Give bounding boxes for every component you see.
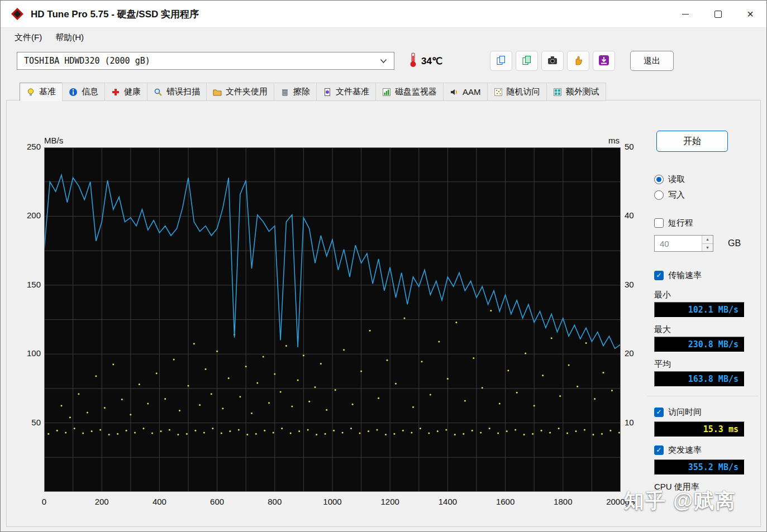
drive-select-value: TOSHIBA HDWD320 (2000 gB) xyxy=(24,56,150,66)
short-stroke-label: 短行程 xyxy=(668,218,693,228)
speaker-icon xyxy=(450,88,459,97)
x-tick: 600 xyxy=(199,497,235,506)
radio-read[interactable]: 读取 xyxy=(654,171,763,187)
download-icon xyxy=(598,55,609,68)
spinner: ▲ ▼ xyxy=(702,236,713,251)
tab-label: 错误扫描 xyxy=(166,87,200,97)
radio-write-label: 写入 xyxy=(668,190,685,200)
x-tick: 200 xyxy=(84,497,120,506)
window-controls: × xyxy=(669,1,766,27)
y-left-axis-unit: MB/s xyxy=(44,136,78,145)
radio-read-control[interactable] xyxy=(654,175,664,184)
tab-benchmark[interactable]: 基准 xyxy=(20,83,63,101)
minimize-button[interactable] xyxy=(669,1,702,27)
drive-select[interactable]: TOSHIBA HDWD320 (2000 gB) xyxy=(17,52,394,70)
tab-aam[interactable]: AAM xyxy=(443,83,488,101)
burst-rate-label: 突发速率 xyxy=(668,445,702,456)
tab-label: 额外测试 xyxy=(566,87,599,97)
menu-item-help[interactable]: 帮助(H) xyxy=(49,29,90,46)
copy-color-icon xyxy=(521,55,532,68)
menu-item-file[interactable]: 文件(F) xyxy=(8,29,48,46)
screenshot-button[interactable] xyxy=(541,51,564,71)
x-tick: 1400 xyxy=(430,497,465,506)
tab-label: 健康 xyxy=(124,87,141,97)
window-title: HD Tune Pro 5.75 - 硬盘/SSD 实用程序 xyxy=(31,8,199,21)
maximize-button[interactable] xyxy=(702,1,734,27)
tab-label: 文件夹使用 xyxy=(226,87,268,97)
tab-file-benchmark[interactable]: 文件基准 xyxy=(316,83,376,101)
tab-folder-usage[interactable]: 文件夹使用 xyxy=(206,83,274,101)
burst-rate-checkbox[interactable] xyxy=(654,445,664,455)
avg-value: 163.8 MB/s xyxy=(654,371,745,387)
copy-color-button[interactable] xyxy=(516,51,538,71)
y-left-tick: 150 xyxy=(16,280,41,289)
short-stroke-unit-label: GB xyxy=(728,238,741,248)
y-right-tick: 20 xyxy=(625,348,644,358)
short-stroke-size-input[interactable]: 40 ▲ ▼ xyxy=(654,235,713,252)
exit-button[interactable]: 退出 xyxy=(630,51,674,71)
radio-write-control[interactable] xyxy=(654,190,664,200)
tab-label: 基准 xyxy=(39,87,56,97)
transfer-speed-checkbox[interactable] xyxy=(654,271,664,280)
y-left-tick: 250 xyxy=(16,142,41,151)
transfer-speed-checkbox-row[interactable]: 传输速率 xyxy=(654,267,763,283)
tab-error-scan[interactable]: 错误扫描 xyxy=(147,83,207,101)
short-stroke-size-value: 40 xyxy=(655,236,702,251)
minimize-icon xyxy=(682,14,689,15)
toolbar-buttons xyxy=(490,51,615,71)
transfer-speed-label: 传输速率 xyxy=(668,270,702,281)
camera-icon xyxy=(547,55,558,68)
start-button[interactable]: 开始 xyxy=(656,131,728,152)
min-value: 102.1 MB/s xyxy=(654,302,745,318)
save-results-button[interactable] xyxy=(593,51,615,71)
radio-write[interactable]: 写入 xyxy=(654,187,763,203)
short-stroke-checkbox[interactable] xyxy=(654,218,664,228)
tab-random-access[interactable]: 随机访问 xyxy=(487,83,547,101)
burst-rate-value: 355.2 MB/s xyxy=(654,459,745,475)
tab-disk-monitor[interactable]: 磁盘监视器 xyxy=(375,83,444,101)
y-left-tick: 200 xyxy=(16,210,41,220)
y-right-axis-unit: ms xyxy=(593,136,620,145)
tab-label: 擦除 xyxy=(293,87,310,97)
benchmark-chart xyxy=(44,147,621,492)
close-icon: × xyxy=(747,8,754,21)
tab-label: 信息 xyxy=(82,87,98,97)
tab-health[interactable]: 健康 xyxy=(104,83,147,101)
x-tick: 1200 xyxy=(372,497,408,506)
grid-icon xyxy=(553,88,562,97)
app-logo-icon xyxy=(11,7,24,21)
info-icon xyxy=(69,88,78,97)
y-right-tick: 10 xyxy=(625,418,644,427)
tab-label: 磁盘监视器 xyxy=(395,87,437,97)
tab-label: AAM xyxy=(463,87,481,97)
y-left-tick: 50 xyxy=(16,418,41,427)
tab-bar: 基准信息健康错误扫描文件夹使用擦除文件基准磁盘监视器AAM随机访问额外测试 xyxy=(20,82,606,101)
toolbar: TOSHIBA HDWD320 (2000 gB) 34℃ 退出 xyxy=(1,46,766,80)
spin-down-button[interactable]: ▼ xyxy=(702,244,713,252)
access-time-checkbox-row[interactable]: 访问时间 xyxy=(654,404,763,420)
short-stroke-size-row: 40 ▲ ▼ GB xyxy=(654,235,748,252)
copy-icon xyxy=(496,55,507,68)
chevron-down-icon xyxy=(380,59,387,64)
short-stroke-checkbox-row[interactable]: 短行程 xyxy=(654,215,763,231)
burst-rate-checkbox-row[interactable]: 突发速率 xyxy=(654,442,763,458)
access-time-checkbox[interactable] xyxy=(654,408,664,417)
y-left-tick: 100 xyxy=(16,348,41,358)
x-tick: 400 xyxy=(141,497,177,506)
x-tick: 0 xyxy=(26,497,62,506)
tab-erase[interactable]: 擦除 xyxy=(274,83,317,101)
options-button[interactable] xyxy=(567,51,589,71)
spin-up-button[interactable]: ▲ xyxy=(702,236,713,244)
access-time-label: 访问时间 xyxy=(668,407,702,418)
close-button[interactable]: × xyxy=(734,1,766,27)
thermometer-icon xyxy=(409,52,417,70)
temperature-indicator: 34℃ xyxy=(409,51,442,71)
copy-button[interactable] xyxy=(490,51,512,71)
app-window: HD Tune Pro 5.75 - 硬盘/SSD 实用程序 × 文件(F)帮助… xyxy=(0,0,767,532)
tab-info[interactable]: 信息 xyxy=(62,83,105,101)
benchmark-controls: 开始 读取 写入 短行程 40 ▲ ▼ GB 传输速率 xyxy=(643,120,763,494)
tab-label: 随机访问 xyxy=(507,87,540,97)
max-label: 最大 xyxy=(654,324,763,335)
max-value: 230.8 MB/s xyxy=(654,337,745,352)
tab-extra-tests[interactable]: 额外测试 xyxy=(546,83,606,101)
